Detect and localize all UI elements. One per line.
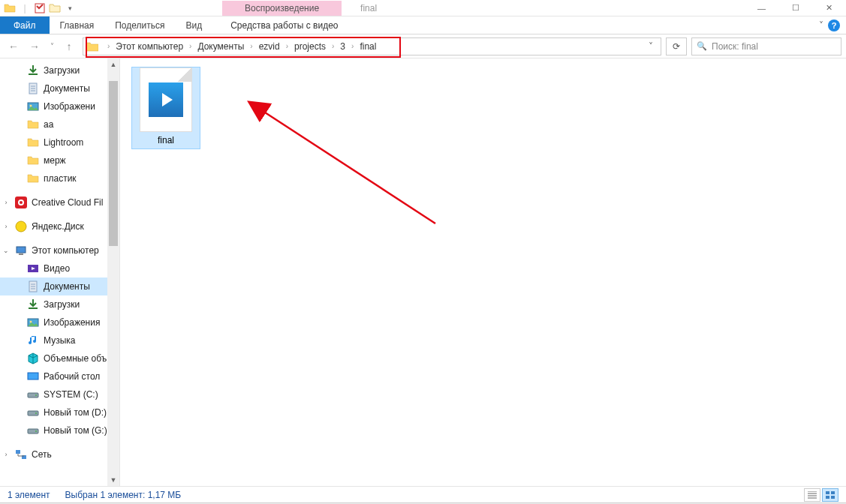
breadcrumb-dropdown-icon[interactable]: ˅ [644,41,658,52]
new-folder-icon[interactable] [48,2,62,15]
svg-point-8 [16,221,26,232]
tree-item[interactable]: ⌄Этот компьютер [0,242,119,260]
tree-item[interactable]: Загрузки [0,296,119,314]
tree-item[interactable]: Новый том (G:) [0,422,119,440]
tree-item-label: Рабочий стол [44,371,100,382]
svg-point-22 [35,430,37,432]
breadcrumb-sep[interactable]: › [185,42,196,50]
breadcrumb-sep[interactable]: › [103,42,114,50]
breadcrumb-sep[interactable]: › [281,42,293,50]
tree-item[interactable]: aa [0,116,119,134]
tab-view[interactable]: Вид [175,16,212,34]
main-area: Загрузки📌Документы📌Изображени📌aaLightroo… [0,58,846,486]
tree-item[interactable]: Документы📌 [0,80,119,98]
breadcrumb-item[interactable]: Этот компьютер [114,41,185,52]
annotation-arrow [180,88,450,238]
help-icon[interactable]: ? [828,20,840,32]
chevron-icon[interactable]: › [2,223,11,230]
tree-item[interactable]: Загрузки📌 [0,62,119,80]
contextual-tab-header: Воспроизведение [222,1,342,16]
tree-item-label: Creative Cloud Fil [32,197,103,208]
svg-line-25 [263,111,435,224]
svg-rect-23 [16,450,20,454]
icons-view-button[interactable] [822,488,838,502]
tree-item[interactable]: ›Яндекс.Диск [0,218,119,236]
scrollbar[interactable]: ▲▼ [107,58,119,486]
qat-dropdown-icon[interactable]: ▾ [63,2,77,15]
scroll-up-icon[interactable]: ▲ [107,58,119,70]
tree-item[interactable]: ›Creative Cloud Fil [0,194,119,212]
chevron-icon[interactable]: › [2,451,11,458]
tree-item[interactable]: Объемные объ [0,350,119,368]
details-view-button[interactable] [804,488,820,502]
tree-item[interactable]: пластик [0,170,119,188]
tab-video-tools[interactable]: Средства работы с видео [215,16,353,34]
breadcrumb-sep[interactable]: › [245,42,257,50]
svg-point-20 [35,412,37,414]
tree-item-label: Изображения [44,317,100,328]
history-dropdown[interactable]: ˅ [47,38,57,56]
search-box[interactable]: 🔍 Поиск: final [691,38,841,56]
tree-item-label: Новый том (G:) [44,425,107,436]
svg-point-18 [35,394,37,396]
chevron-icon[interactable]: › [2,199,11,206]
chevron-icon[interactable]: ⌄ [2,247,11,254]
tree-item[interactable]: Изображения [0,314,119,332]
search-placeholder: Поиск: final [712,41,758,52]
file-item[interactable]: final [132,68,200,148]
forward-button[interactable]: → [26,38,44,56]
tree-item[interactable]: Lightroom [0,134,119,152]
tab-share[interactable]: Поделиться [104,16,175,34]
breadcrumb-bar[interactable]: › Этот компьютер › Документы › ezvid › p… [83,38,661,56]
breadcrumb-item[interactable]: final [358,41,378,52]
breadcrumb-sep[interactable]: › [347,42,358,50]
tree-item[interactable]: ›Сеть [0,446,119,464]
tree-item-label: Документы [44,281,90,292]
refresh-button[interactable]: ⟳ [666,38,687,56]
tree-item[interactable]: Видео [0,260,119,278]
up-button[interactable]: ↑ [60,38,78,56]
scroll-thumb[interactable] [109,81,118,246]
tab-home[interactable]: Главная [50,16,105,34]
ribbon-tabs: Файл Главная Поделиться Вид Средства раб… [0,16,846,34]
tree-item[interactable]: Документы [0,278,119,296]
tree-item-label: SYSTEM (C:) [44,389,98,400]
nav-tree[interactable]: Загрузки📌Документы📌Изображени📌aaLightroo… [0,58,120,486]
svg-rect-26 [826,491,829,494]
tree-item-label: Сеть [32,449,52,460]
quick-access-toolbar: | ▾ [0,2,80,15]
svg-rect-13 [29,308,38,309]
tree-item[interactable]: мерж [0,152,119,170]
tree-item-label: пластик [44,173,77,184]
breadcrumb-sep[interactable]: › [327,42,339,50]
file-name: final [132,134,200,148]
breadcrumb-item[interactable]: Документы [196,41,245,52]
svg-rect-29 [831,496,835,499]
svg-point-7 [20,201,23,204]
scroll-down-icon[interactable]: ▼ [107,474,119,486]
minimize-button[interactable]: — [745,0,778,16]
tree-item-label: Объемные объ [44,353,107,364]
tree-item-label: Изображени [44,101,95,112]
tree-item[interactable]: Изображени📌 [0,98,119,116]
tree-item-label: Документы [44,83,90,94]
breadcrumb-item[interactable]: 3 [339,41,347,52]
svg-rect-27 [831,491,835,494]
maximize-button[interactable]: ☐ [778,0,812,16]
close-button[interactable]: ✕ [812,0,846,16]
folder-icon[interactable] [3,2,17,15]
file-list[interactable]: final [120,58,846,486]
tree-item[interactable]: Новый том (D:) [0,404,119,422]
tree-item[interactable]: Музыка [0,332,119,350]
properties-icon[interactable] [33,2,47,15]
selection-info: Выбран 1 элемент: 1,17 МБ [65,490,182,500]
tree-item[interactable]: Рабочий стол [0,368,119,386]
file-tab[interactable]: Файл [0,16,50,34]
breadcrumb-item[interactable]: projects [293,41,327,52]
svg-rect-28 [826,496,829,499]
back-button[interactable]: ← [5,38,23,56]
tree-item[interactable]: SYSTEM (C:) [0,386,119,404]
ribbon-expand-icon[interactable]: ˅ [819,20,823,31]
svg-rect-10 [19,254,23,255]
breadcrumb-item[interactable]: ezvid [257,41,281,52]
